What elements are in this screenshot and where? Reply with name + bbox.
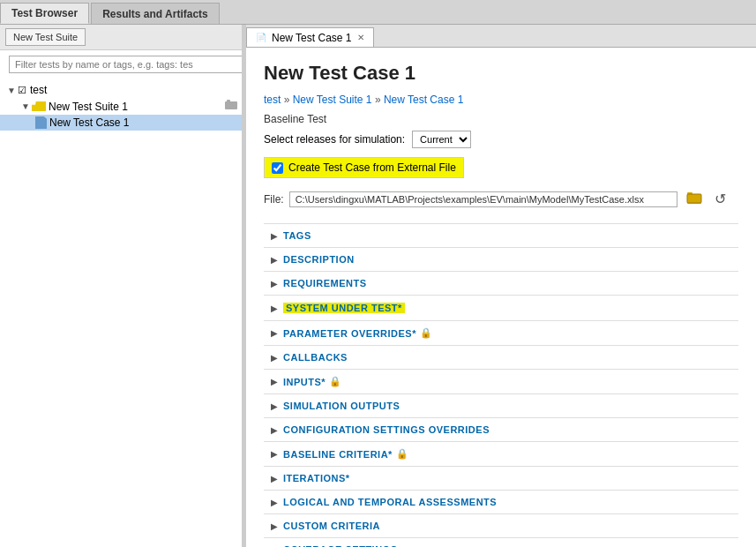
external-file-label: Create Test Case from External File	[288, 161, 456, 174]
section-arrow-callbacks: ▶	[271, 353, 283, 363]
tab-test-browser-label: Test Browser	[11, 7, 78, 19]
checkbox-root: ☑	[18, 85, 26, 96]
section-title-custom-criteria: CUSTOM CRITERIA	[283, 521, 380, 531]
section-row-baseline-criteria[interactable]: ▶BASELINE CRITERIA*🔒	[264, 441, 738, 466]
sidebar-toolbar: New Test Suite	[0, 25, 242, 50]
section-arrow-system-under-test: ▶	[271, 303, 283, 313]
tab-results-artifacts[interactable]: Results and Artifacts	[91, 3, 220, 24]
breadcrumb: test » New Test Suite 1 » New Test Case …	[264, 94, 738, 106]
breadcrumb-case[interactable]: New Test Case 1	[384, 94, 464, 106]
filter-row	[0, 50, 242, 79]
section-row-tags[interactable]: ▶TAGS	[264, 223, 738, 247]
sidebar: New Test Suite ▼ ☑ test ▼ New Test Suite…	[0, 25, 243, 547]
lock-icon-inputs: 🔒	[329, 376, 341, 387]
top-tab-bar: Test Browser Results and Artifacts	[0, 0, 756, 25]
section-row-configuration-settings[interactable]: ▶CONFIGURATION SETTINGS OVERRIDES	[264, 417, 738, 441]
expand-arrow-root: ▼	[7, 86, 18, 95]
section-title-tags: TAGS	[283, 230, 311, 241]
section-arrow-inputs: ▶	[271, 377, 283, 386]
breadcrumb-suite[interactable]: New Test Suite 1	[293, 94, 372, 106]
tree-root-label: test	[30, 84, 47, 96]
section-arrow-configuration-settings: ▶	[271, 425, 283, 435]
browse-folder-button[interactable]	[683, 189, 706, 209]
content-body: New Test Case 1 test » New Test Suite 1 …	[246, 48, 756, 547]
expand-arrow-suite1: ▼	[21, 101, 32, 111]
section-title-text-system-under-test: SYSTEM UNDER TEST*	[283, 303, 405, 313]
file-row: File: ↺	[264, 189, 738, 209]
external-file-checkbox[interactable]	[272, 162, 283, 174]
tab-results-artifacts-label: Results and Artifacts	[102, 8, 208, 20]
tab-file-icon: 📄	[256, 33, 266, 42]
section-row-parameter-overrides[interactable]: ▶PARAMETER OVERRIDES*🔒	[264, 320, 738, 345]
section-arrow-baseline-criteria: ▶	[271, 449, 283, 459]
lock-icon-parameter-overrides: 🔒	[420, 327, 432, 339]
section-arrow-simulation-outputs: ▶	[271, 401, 283, 411]
folder-icon-suite1	[32, 101, 46, 112]
section-title-inputs: INPUTS*	[283, 377, 326, 387]
tab-close-button[interactable]: ✕	[357, 33, 364, 42]
section-title-configuration-settings: CONFIGURATION SETTINGS OVERRIDES	[283, 424, 490, 435]
section-row-description[interactable]: ▶DESCRIPTION	[264, 247, 738, 271]
section-title-baseline-criteria: BASELINE CRITERIA*	[283, 449, 393, 460]
section-row-system-under-test[interactable]: ▶SYSTEM UNDER TEST*	[264, 295, 738, 320]
section-row-iterations[interactable]: ▶ITERATIONS*	[264, 466, 738, 490]
section-arrow-requirements: ▶	[271, 279, 283, 288]
tree-case1-label: New Test Case 1	[49, 116, 130, 129]
tree-item-suite1[interactable]: ▼ New Test Suite 1	[0, 98, 242, 115]
section-title-callbacks: CALLBACKS	[283, 352, 348, 363]
filter-input[interactable]	[9, 56, 243, 73]
new-test-suite-button[interactable]: New Test Suite	[5, 28, 86, 46]
release-row: Select releases for simulation: Current	[264, 131, 738, 148]
release-label: Select releases for simulation:	[264, 133, 405, 146]
section-row-coverage-settings[interactable]: ▶COVERAGE SETTINGS	[264, 537, 738, 547]
breadcrumb-root[interactable]: test	[264, 94, 281, 106]
lock-icon-baseline-criteria: 🔒	[396, 448, 408, 460]
svg-rect-1	[227, 100, 230, 102]
file-path-input[interactable]	[289, 191, 677, 207]
section-arrow-tags: ▶	[271, 231, 283, 241]
refresh-button[interactable]: ↺	[711, 189, 730, 209]
content-tab-label: New Test Case 1	[272, 32, 352, 44]
section-title-system-under-test: SYSTEM UNDER TEST*	[283, 302, 405, 314]
section-title-iterations: ITERATIONS*	[283, 473, 350, 483]
section-title-parameter-overrides: PARAMETER OVERRIDES*	[283, 328, 416, 339]
main-layout: New Test Suite ▼ ☑ test ▼ New Test Suite…	[0, 25, 756, 547]
tab-test-browser[interactable]: Test Browser	[0, 3, 89, 24]
file-label: File:	[264, 193, 284, 206]
release-select[interactable]: Current	[412, 131, 471, 148]
section-arrow-logical-temporal: ▶	[271, 498, 283, 507]
section-row-logical-temporal[interactable]: ▶LOGICAL AND TEMPORAL ASSESSMENTS	[264, 490, 738, 513]
breadcrumb-sep2: »	[375, 94, 384, 106]
section-arrow-parameter-overrides: ▶	[271, 328, 283, 338]
breadcrumb-sep1: »	[284, 94, 293, 106]
section-row-simulation-outputs[interactable]: ▶SIMULATION OUTPUTS	[264, 393, 738, 417]
section-title-simulation-outputs: SIMULATION OUTPUTS	[283, 401, 400, 411]
content-area: 📄 New Test Case 1 ✕ New Test Case 1 test…	[246, 25, 756, 547]
suite-badge	[224, 100, 238, 113]
file-tree: ▼ ☑ test ▼ New Test Suite 1 New Test Cas…	[0, 79, 242, 547]
section-label: Baseline Test	[264, 113, 738, 125]
section-title-logical-temporal: LOGICAL AND TEMPORAL ASSESSMENTS	[283, 497, 497, 507]
section-row-inputs[interactable]: ▶INPUTS*🔒	[264, 369, 738, 393]
section-title-description: DESCRIPTION	[283, 254, 355, 265]
sections-container: ▶TAGS▶DESCRIPTION▶REQUIREMENTS▶SYSTEM UN…	[264, 223, 738, 547]
page-title: New Test Case 1	[264, 62, 738, 85]
svg-rect-0	[225, 101, 237, 109]
content-tab-case1[interactable]: 📄 New Test Case 1 ✕	[246, 27, 374, 47]
section-row-callbacks[interactable]: ▶CALLBACKS	[264, 345, 738, 369]
file-icon-case1	[35, 116, 47, 129]
external-file-checkbox-row: Create Test Case from External File	[264, 157, 464, 178]
section-arrow-iterations: ▶	[271, 474, 283, 483]
section-row-requirements[interactable]: ▶REQUIREMENTS	[264, 271, 738, 295]
svg-rect-2	[687, 194, 701, 204]
content-tab-bar: 📄 New Test Case 1 ✕	[246, 25, 756, 48]
tree-item-case1[interactable]: New Test Case 1	[0, 115, 242, 131]
section-title-requirements: REQUIREMENTS	[283, 278, 367, 288]
section-arrow-description: ▶	[271, 255, 283, 265]
section-row-custom-criteria[interactable]: ▶CUSTOM CRITERIA	[264, 513, 738, 537]
section-arrow-custom-criteria: ▶	[271, 521, 283, 531]
tree-suite1-label: New Test Suite 1	[49, 101, 128, 113]
tree-item-root[interactable]: ▼ ☑ test	[0, 82, 242, 98]
